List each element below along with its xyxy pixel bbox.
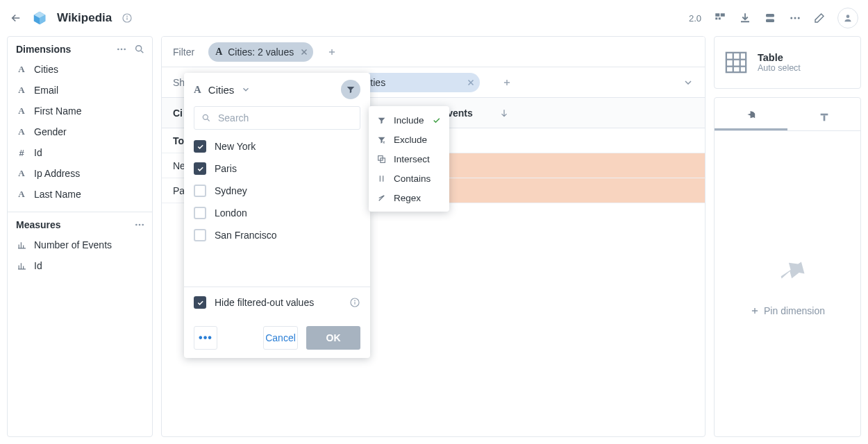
measures-header: Measures: [16, 219, 61, 230]
dimensions-header: Dimensions: [16, 44, 71, 55]
measure-label: Id: [34, 260, 42, 271]
number-type-icon: #: [16, 148, 27, 158]
pin-dimension-button[interactable]: Pin dimension: [750, 305, 825, 316]
filter-mode-contains[interactable]: Contains: [369, 169, 449, 188]
customize-icon[interactable]: [714, 12, 726, 24]
filter-mode-button[interactable]: [341, 80, 360, 99]
svg-point-20: [203, 114, 208, 119]
hide-filtered-info-icon[interactable]: [349, 297, 360, 308]
edit-icon[interactable]: [814, 12, 825, 24]
svg-point-13: [117, 49, 119, 51]
search-icon: [201, 113, 211, 123]
svg-rect-4: [721, 13, 725, 17]
filter-label: Filter: [173, 46, 194, 58]
visualization-selector[interactable]: Table Auto select: [714, 36, 861, 89]
measure-label: Number of Events: [34, 239, 112, 250]
dimension-item[interactable]: AIp Address: [10, 163, 149, 184]
filter-mode-include[interactable]: Include: [369, 110, 449, 130]
measures-more-icon[interactable]: [134, 219, 145, 230]
mode-icon: [377, 155, 387, 164]
tab-style[interactable]: [787, 103, 860, 130]
cancel-button[interactable]: Cancel: [263, 326, 298, 350]
svg-point-23: [355, 300, 356, 301]
filter-popover: A Cities New YorkParisSydneyLondonSan Fr…: [184, 73, 370, 358]
filter-pill-cities[interactable]: A Cities: 2 values: [208, 42, 313, 62]
dimension-label: Id: [34, 147, 42, 158]
viz-title: Table: [758, 52, 801, 63]
svg-point-18: [139, 224, 141, 226]
dimensions-more-icon[interactable]: [116, 44, 127, 55]
arrow-left-icon: [10, 12, 22, 24]
bar-chart-icon: [16, 262, 27, 271]
checkbox-unchecked[interactable]: [194, 229, 206, 241]
dimension-label: Cities: [34, 64, 58, 75]
table-viz-icon: [724, 51, 748, 74]
svg-rect-6: [719, 17, 721, 19]
filter-search[interactable]: [194, 106, 360, 130]
svg-rect-5: [715, 17, 717, 19]
filter-search-input[interactable]: [217, 112, 353, 124]
mode-icon: [377, 194, 387, 203]
svg-point-9: [790, 17, 792, 19]
dimension-item[interactable]: AFirst Name: [10, 101, 149, 121]
filter-option-label: London: [215, 207, 247, 219]
svg-rect-8: [766, 19, 774, 23]
filter-mode-regex[interactable]: Regex: [369, 188, 449, 207]
measure-item[interactable]: Id: [10, 255, 149, 276]
filter-option[interactable]: Paris: [194, 157, 360, 180]
popover-more-button[interactable]: •••: [194, 326, 217, 350]
measure-item[interactable]: Number of Events: [10, 234, 149, 255]
mode-label: Intersect: [394, 154, 430, 164]
info-icon[interactable]: [122, 12, 133, 24]
dimension-item[interactable]: ALast Name: [10, 184, 149, 205]
dimension-chevron-icon[interactable]: [241, 85, 251, 94]
text-type-icon: A: [194, 84, 201, 96]
svg-point-19: [142, 224, 144, 226]
checkbox-unchecked[interactable]: [194, 185, 206, 197]
back-button[interactable]: [10, 12, 22, 24]
checkbox-unchecked[interactable]: [194, 207, 206, 219]
add-show-icon[interactable]: [502, 78, 512, 87]
add-filter-icon[interactable]: [327, 47, 337, 57]
show-pill-cities[interactable]: Cities: [351, 73, 480, 92]
svg-point-2: [127, 16, 128, 17]
remove-show-icon[interactable]: [466, 78, 476, 87]
filter-option-label: San Francisco: [215, 230, 276, 241]
text-type-icon: A: [16, 64, 27, 75]
filter-option[interactable]: New York: [194, 135, 360, 157]
mode-label: Contains: [394, 173, 431, 184]
more-icon[interactable]: [789, 12, 801, 24]
expand-show-icon[interactable]: [683, 77, 694, 88]
checkbox-checked[interactable]: [194, 162, 206, 175]
tab-pin[interactable]: [715, 103, 787, 130]
svg-point-17: [135, 224, 137, 226]
svg-rect-31: [820, 113, 828, 115]
show-label: Sh: [173, 77, 185, 88]
checkbox-checked[interactable]: [194, 140, 206, 153]
dimension-item[interactable]: #Id: [10, 142, 149, 163]
download-icon[interactable]: [739, 12, 751, 24]
dimensions-search-icon[interactable]: [134, 44, 145, 55]
sort-desc-icon[interactable]: [499, 108, 509, 118]
mode-label: Exclude: [394, 135, 427, 145]
remove-filter-icon[interactable]: [299, 47, 309, 57]
filter-option[interactable]: San Francisco: [194, 224, 360, 246]
user-avatar[interactable]: [837, 8, 858, 28]
dimension-item[interactable]: ACities: [10, 59, 149, 80]
filter-mode-exclude[interactable]: Exclude: [369, 130, 449, 149]
svg-point-16: [136, 46, 142, 51]
app-title: Wikipedia: [57, 11, 112, 25]
hide-filtered-checkbox[interactable]: [194, 296, 206, 309]
pin-large-icon: [767, 251, 808, 293]
layers-icon[interactable]: [764, 12, 776, 24]
left-panel: Dimensions ACitiesAEmailAFirst NameAGend…: [7, 36, 153, 437]
filter-mode-intersect[interactable]: Intersect: [369, 149, 449, 169]
cube-logo-icon: [32, 10, 47, 26]
ok-button[interactable]: OK: [306, 326, 360, 350]
filter-option[interactable]: London: [194, 202, 360, 224]
dimension-item[interactable]: AGender: [10, 121, 149, 142]
mode-icon: [377, 174, 387, 183]
text-type-icon: A: [16, 168, 27, 179]
filter-option[interactable]: Sydney: [194, 180, 360, 202]
dimension-item[interactable]: AEmail: [10, 80, 149, 101]
